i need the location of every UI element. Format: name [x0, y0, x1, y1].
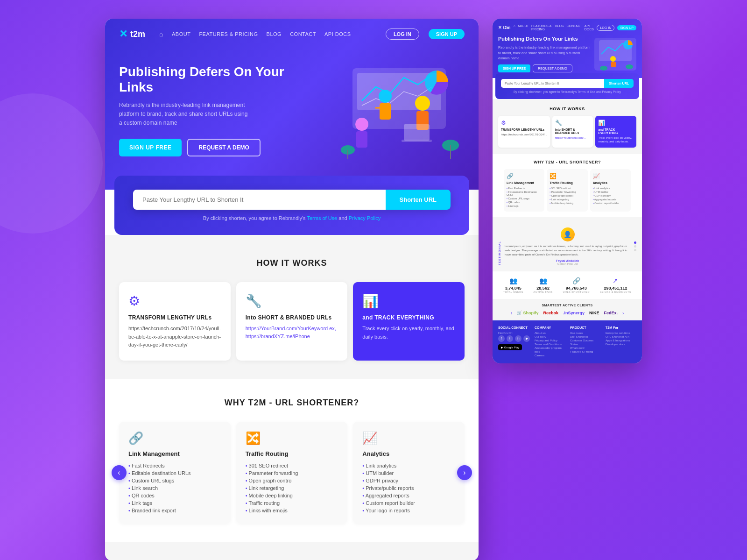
clicks-icon: ↗	[600, 277, 631, 284]
terms-of-use-link[interactable]: Terms of Use	[307, 215, 337, 221]
mini-url-input[interactable]	[501, 79, 604, 88]
google-play-badge[interactable]: ▶ Google Play	[498, 344, 522, 350]
branded-icon: 🔧	[246, 293, 338, 309]
why-next-button[interactable]: ›	[457, 465, 472, 480]
signup-nav-button[interactable]: SIGN UP	[429, 29, 465, 39]
youtube-icon[interactable]: ▶	[523, 335, 530, 342]
mini-nav-blog[interactable]: BLOG	[555, 24, 564, 31]
users-icon: 👥	[503, 277, 523, 284]
svg-rect-4	[380, 103, 391, 120]
mini-signup-free-button[interactable]: SIGN UP FREE	[498, 64, 530, 72]
mini-nav-contact[interactable]: CONTACT	[566, 24, 582, 31]
mini-nav-links: ⌂ ABOUT FEATURES & PRICING BLOG CONTACT …	[514, 24, 594, 31]
footer-careers[interactable]: Careers	[535, 354, 565, 357]
traffic-list: 301 SEO redirect Parameter forwarding Op…	[246, 462, 338, 514]
clients-prev[interactable]: ‹	[511, 311, 512, 316]
nav-api[interactable]: API DOCS	[324, 31, 351, 37]
footer-enterprise[interactable]: Enterprise solutions	[606, 332, 636, 334]
link-management-list: Fast Redirects Editable destination URLs…	[128, 462, 221, 514]
mini-transform-text: https://techcrunch.com/2017/10/24/...	[501, 133, 547, 136]
footer-link-shortener[interactable]: Link Shortener	[570, 335, 601, 338]
mini-disclaimer: By clicking shortener, you agree to Rebr…	[501, 90, 634, 93]
footer-status[interactable]: Status	[570, 343, 601, 346]
stat-urls: 🔗 94,766,543 URLS SHORTENED	[563, 277, 590, 293]
footer-customer-success[interactable]: Customer Success	[570, 339, 601, 342]
nav-links: ⌂ ABOUT FEATURES & PRICING BLOG CONTACT …	[159, 30, 376, 38]
dot-1[interactable]	[634, 241, 636, 244]
mini-track-text: Track every click on yearly, monthly, an…	[598, 136, 634, 144]
twitter-icon[interactable]: t	[507, 335, 513, 342]
list-item: Parameter forwarding	[550, 190, 585, 194]
link-management-title: Link Management	[128, 450, 221, 457]
mini-login-button[interactable]: LOG IN	[597, 25, 614, 31]
list-item: 301 SEO redirect	[246, 462, 338, 469]
footer-privacy[interactable]: Privacy and Policy	[535, 339, 565, 342]
facebook-icon[interactable]: f	[498, 335, 505, 342]
footer-company-title: COMPANY	[535, 326, 565, 329]
how-card-track: 📊 and TRACK EVERYTHING Track every click…	[353, 282, 465, 361]
mini-how-cards: ⚙ TRANSFORM LENGTHY URLs https://techcru…	[498, 116, 636, 148]
footer-api[interactable]: URL Shortener API	[606, 335, 636, 338]
svg-point-10	[355, 118, 368, 131]
url-input[interactable]	[133, 190, 386, 210]
clients-next[interactable]: ›	[622, 311, 624, 316]
footer-developer[interactable]: Developer docs	[606, 343, 636, 346]
transform-text: https://techcrunch.com/2017/10/24/youll-…	[128, 325, 221, 349]
signup-free-button[interactable]: SIGN UP FREE	[119, 139, 182, 156]
footer-terms[interactable]: Terms and Conditions	[535, 343, 565, 346]
mini-url-row: Shorten URL	[501, 79, 634, 88]
why-card-link-management: 🔗 Link Management Fast Redirects Editabl…	[119, 422, 231, 524]
why-prev-button[interactable]: ‹	[112, 465, 127, 480]
footer-features[interactable]: Features & Pricing	[570, 350, 601, 353]
nav-features[interactable]: FEATURES & PRICING	[199, 31, 258, 37]
mini-nav-about[interactable]: ABOUT	[518, 24, 529, 31]
mini-request-demo-button[interactable]: REQUEST A DEMO	[533, 64, 572, 72]
list-item: Mobile deep linking	[246, 492, 338, 499]
mini-shorten-button[interactable]: Shorten URL	[604, 79, 634, 88]
mini-nav-api[interactable]: API DOCS	[585, 24, 594, 31]
request-demo-button[interactable]: REQUEST A DEMO	[187, 139, 260, 156]
branded-link[interactable]: https://YourBrand.com/YourKeyword ex, ht…	[246, 325, 338, 340]
mini-nav-home[interactable]: ⌂	[514, 24, 515, 31]
footer-use-cases[interactable]: Use cases	[570, 332, 601, 334]
stat-clicks: ↗ 298,451,112 CLICKS & REDIRECTS	[600, 277, 631, 293]
list-item: Link retargeting	[246, 484, 338, 492]
footer-our-story[interactable]: Our story	[535, 335, 565, 338]
track-title: and TRACK EVERYTHING	[362, 314, 455, 321]
mini-traffic-icon: 🔀	[550, 173, 585, 179]
shorten-button[interactable]: Shorten URL	[386, 190, 451, 210]
nav-home-icon[interactable]: ⌂	[159, 30, 163, 38]
privacy-policy-link[interactable]: Privacy Policy	[349, 215, 381, 221]
footer-blog[interactable]: Blog	[535, 350, 565, 353]
footer-about[interactable]: About us	[535, 332, 565, 334]
testimonial-avatar: 👤	[561, 227, 575, 241]
clients-title: SMARTEST ACTIVE CLIENTS	[498, 304, 636, 307]
track-icon: 📊	[362, 293, 455, 309]
mini-transform-icon: ⚙	[501, 120, 547, 126]
list-item: QR codes	[128, 492, 221, 499]
list-item: Custom report builder	[362, 499, 455, 507]
list-item: GDPR privacy	[593, 194, 628, 198]
mini-traffic-title: Traffic Routing	[550, 181, 585, 184]
footer-integrations[interactable]: Apps & Integrations	[606, 339, 636, 342]
login-button[interactable]: LOG IN	[386, 28, 419, 40]
dot-2[interactable]	[634, 245, 636, 248]
mini-signup-button[interactable]: SIGN UP	[617, 25, 636, 30]
mini-branded-link[interactable]: https://YourBrand.com/...	[555, 136, 591, 140]
stat-active-fans: 👥 28,562 ACTIVE FANS	[534, 277, 553, 293]
footer-ambassador[interactable]: Ambassador program	[535, 347, 565, 349]
mini-nav-features[interactable]: FEATURES & PRICING	[531, 24, 553, 31]
urls-label: URLS SHORTENED	[563, 291, 590, 293]
footer-whats-new[interactable]: What's new	[570, 347, 601, 349]
list-item: Aggregated reports	[362, 492, 455, 499]
linkedin-icon[interactable]: in	[515, 335, 521, 342]
nav-about[interactable]: ABOUT	[172, 31, 190, 37]
nav-contact[interactable]: CONTACT	[290, 31, 316, 37]
nav-blog[interactable]: BLOG	[267, 31, 282, 37]
why-section: WHY T2M - URL SHORTENER? ‹ 🔗 Link Manage…	[105, 379, 479, 542]
mini-hero-text: Publishing Defers On Your Links Rebrandl…	[498, 35, 591, 72]
dot-3[interactable]	[634, 249, 636, 251]
how-card-branded: 🔧 into SHORT & BRANDED URLs https://Your…	[236, 282, 348, 361]
list-item: QR codes	[507, 200, 542, 204]
list-item: Link tags	[507, 204, 542, 208]
